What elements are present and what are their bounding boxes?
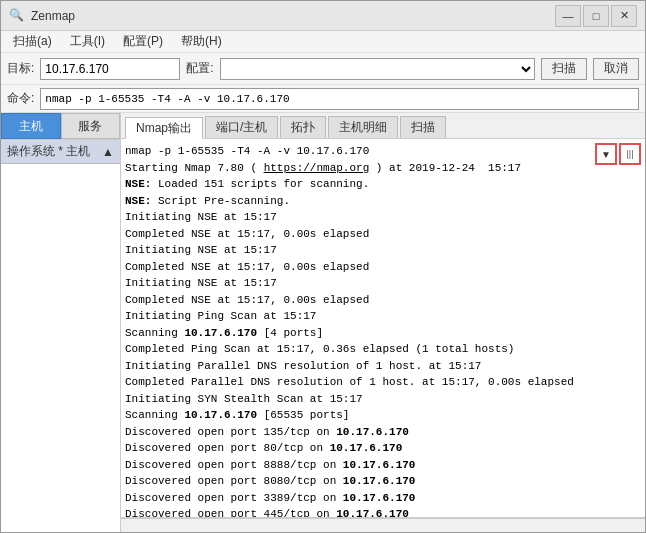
command-label: 命令: xyxy=(7,90,34,107)
minimize-button[interactable]: — xyxy=(555,5,581,27)
command-bar: 命令: xyxy=(1,85,645,113)
main-area: 主机 服务 操作系统 * 主机 ▲ Nmap输出 端口/主机 拓扑 主机明细 扫… xyxy=(1,113,645,532)
tab-topology[interactable]: 拓扑 xyxy=(280,116,326,138)
window-title: Zenmap xyxy=(31,9,75,23)
tab-service[interactable]: 服务 xyxy=(61,113,121,139)
profile-label: 配置: xyxy=(186,60,213,77)
window-controls: — □ ✕ xyxy=(555,5,637,27)
tab-scans[interactable]: 扫描 xyxy=(400,116,446,138)
menu-scan[interactable]: 扫描(a) xyxy=(5,31,60,52)
content-tabs: Nmap输出 端口/主机 拓扑 主机明细 扫描 xyxy=(121,113,645,139)
menu-help[interactable]: 帮助(H) xyxy=(173,31,230,52)
output-area: ▼ ||| nmap -p 1-65535 -T4 -A -v 10.17.6.… xyxy=(121,139,645,518)
scrollbar-area xyxy=(121,518,645,532)
sidebar-header-text: 操作系统 * 主机 xyxy=(7,143,90,160)
nmap-url[interactable]: https://nmap.org xyxy=(264,162,370,174)
menu-tools[interactable]: 工具(I) xyxy=(62,31,113,52)
output-dropdown-button[interactable]: ▼ xyxy=(595,143,617,165)
sidebar-host-list xyxy=(1,164,120,532)
target-input[interactable] xyxy=(40,58,180,80)
profile-select[interactable] xyxy=(220,58,535,80)
tab-host-details[interactable]: 主机明细 xyxy=(328,116,398,138)
close-button[interactable]: ✕ xyxy=(611,5,637,27)
tab-nmap-output[interactable]: Nmap输出 xyxy=(125,117,203,139)
maximize-button[interactable]: □ xyxy=(583,5,609,27)
main-window: 🔍 Zenmap — □ ✕ 扫描(a) 工具(I) 配置(P) 帮助(H) 目… xyxy=(0,0,646,533)
tab-host[interactable]: 主机 xyxy=(1,113,61,139)
output-clear-button[interactable]: ||| xyxy=(619,143,641,165)
command-input[interactable] xyxy=(40,88,639,110)
target-label: 目标: xyxy=(7,60,34,77)
sidebar-header: 操作系统 * 主机 ▲ xyxy=(1,140,120,164)
output-command: nmap -p 1-65535 -T4 -A -v 10.17.6.170 xyxy=(125,145,369,157)
content-area: Nmap输出 端口/主机 拓扑 主机明细 扫描 ▼ ||| nmap -p 1-… xyxy=(121,113,645,532)
scan-button[interactable]: 扫描 xyxy=(541,58,587,80)
menu-profile[interactable]: 配置(P) xyxy=(115,31,171,52)
sidebar-tabs: 主机 服务 xyxy=(1,113,120,140)
output-text: nmap -p 1-65535 -T4 -A -v 10.17.6.170 St… xyxy=(125,143,641,518)
title-bar-left: 🔍 Zenmap xyxy=(9,8,75,24)
output-toolbar: ▼ ||| xyxy=(595,143,641,165)
menu-bar: 扫描(a) 工具(I) 配置(P) 帮助(H) xyxy=(1,31,645,53)
toolbar: 目标: 配置: 扫描 取消 xyxy=(1,53,645,85)
cancel-button[interactable]: 取消 xyxy=(593,58,639,80)
sidebar-sort-icon[interactable]: ▲ xyxy=(102,145,114,159)
app-icon: 🔍 xyxy=(9,8,25,24)
sidebar: 主机 服务 操作系统 * 主机 ▲ xyxy=(1,113,121,532)
title-bar: 🔍 Zenmap — □ ✕ xyxy=(1,1,645,31)
tab-ports-hosts[interactable]: 端口/主机 xyxy=(205,116,278,138)
